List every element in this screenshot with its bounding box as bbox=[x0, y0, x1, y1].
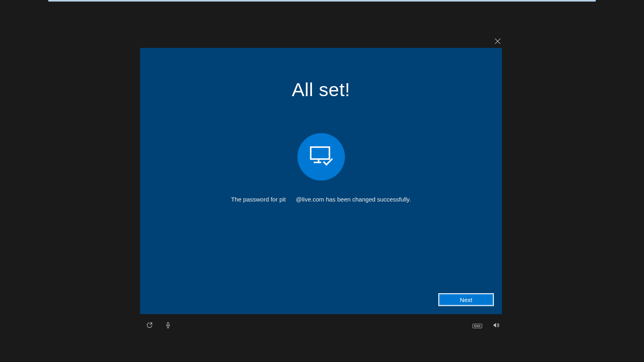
svg-rect-2 bbox=[311, 147, 329, 159]
svg-marker-9 bbox=[493, 323, 496, 327]
volume-button[interactable] bbox=[492, 322, 500, 329]
volume-icon bbox=[493, 322, 500, 330]
bottom-toolbar: ENG bbox=[140, 320, 502, 332]
setup-dialog: All set! The password for pit @live.com … bbox=[140, 48, 502, 314]
ease-of-access-button[interactable] bbox=[146, 322, 153, 329]
keyboard-layout-button[interactable]: ENG bbox=[474, 322, 481, 329]
microphone-icon bbox=[165, 322, 171, 330]
ease-of-access-icon bbox=[146, 322, 153, 330]
close-icon bbox=[495, 38, 501, 46]
success-icon-circle bbox=[297, 133, 345, 181]
browser-chrome-hint bbox=[48, 0, 596, 2]
dialog-title: All set! bbox=[140, 78, 502, 101]
next-button[interactable]: Next bbox=[438, 293, 494, 306]
mic-button[interactable] bbox=[164, 322, 171, 329]
monitor-check-icon bbox=[309, 146, 333, 168]
next-button-label: Next bbox=[460, 296, 473, 303]
svg-rect-6 bbox=[167, 322, 169, 325]
svg-line-5 bbox=[150, 323, 152, 325]
success-message: The password for pit @live.com has been … bbox=[140, 196, 502, 203]
keyboard-icon: ENG bbox=[473, 324, 482, 328]
close-button[interactable] bbox=[491, 35, 504, 48]
